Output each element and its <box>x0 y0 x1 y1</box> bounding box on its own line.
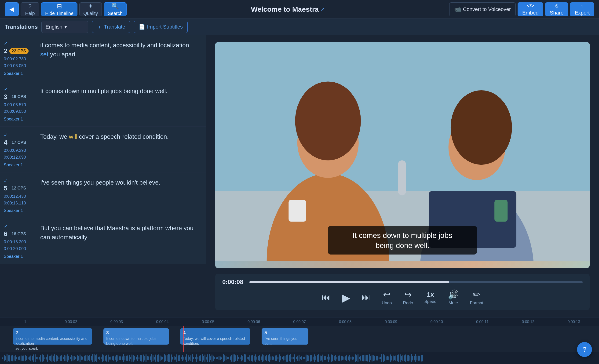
share-button[interactable]: ⎋ Share <box>545 2 568 16</box>
waveform-bar <box>273 356 274 360</box>
waveform-bar <box>317 355 318 362</box>
waveform-bar <box>240 357 240 359</box>
waveform-bar <box>179 355 180 361</box>
fast-forward-button[interactable]: ⏭ <box>361 292 370 303</box>
translate-button[interactable]: ＋ Translate <box>92 21 130 33</box>
ruler-mark-9: 0:00:09 <box>368 320 414 324</box>
hide-timeline-button[interactable]: ⊟ Hide Timeline <box>41 2 78 16</box>
waveform-bar <box>139 357 140 359</box>
waveform-bar <box>265 356 266 360</box>
subtitle-item-3[interactable]: ✓ 3 19 CPS 0:00:06.5700:00:09.050 Speake… <box>0 81 206 127</box>
subtitle-text-6[interactable]: But you can believe that Maestra is a pl… <box>36 223 202 243</box>
waveform-bar <box>26 356 27 360</box>
subtitle-item-4[interactable]: ✓ 4 17 CPS 0:00:09.2900:00:12.090 Speake… <box>0 127 206 173</box>
waveform-bar <box>334 356 335 361</box>
waveform-bar <box>394 356 395 360</box>
play-button[interactable]: ▶ <box>342 291 350 304</box>
waveform-bar <box>193 357 194 359</box>
ruler-mark-2: 0:00:02 <box>48 320 94 324</box>
toolbar-right: 📹 Convert to Voiceover </> Embed ⎋ Share… <box>449 2 594 16</box>
cps-badge-3: 19 CPS <box>9 94 28 100</box>
translate-label: Translate <box>104 24 125 30</box>
timeline-segment-2[interactable]: 2 it comes to media content, accessibili… <box>13 328 92 345</box>
speaker-label-5: Speaker 1 <box>4 208 23 213</box>
speed-button[interactable]: 1x Speed <box>424 291 436 304</box>
time-range-6: 0:00:16.2000:00:20.000 <box>4 239 26 252</box>
help-button[interactable]: ? Help <box>21 2 39 16</box>
ruler-mark-3: 0:00:03 <box>94 320 140 324</box>
waveform-bar <box>381 354 382 362</box>
waveform-bar <box>32 356 33 361</box>
subtitle-item-6[interactable]: ✓ 6 18 CPS 0:00:16.2000:00:20.000 Speake… <box>0 218 206 264</box>
waveform-bar <box>54 354 55 362</box>
time-range-5: 0:00:12.4300:00:16.110 <box>4 193 26 207</box>
external-link-icon[interactable]: ↗ <box>321 6 325 12</box>
undo-button[interactable]: ↩ Undo <box>382 289 392 305</box>
mute-label: Mute <box>449 301 458 305</box>
waveform-bar <box>202 354 203 362</box>
waveform-bar <box>258 356 259 360</box>
waveform-bar <box>248 357 249 360</box>
progress-bar[interactable] <box>249 281 583 283</box>
search-label: Search <box>108 11 122 16</box>
waveform-bar <box>415 354 416 362</box>
rewind-button[interactable]: ⏮ <box>321 292 330 303</box>
export-button[interactable]: ↑ Export <box>570 2 594 16</box>
convert-voiceover-label: Convert to Voiceover <box>463 6 511 12</box>
waveform-bar <box>53 355 54 361</box>
timeline-segment-4[interactable]: 4 Today, we will cover a speech-related … <box>180 328 250 345</box>
timeline-segment-5[interactable]: 5 I've seen things you pe... <box>262 328 308 345</box>
time-range-2: 0:00:02.7800:00:06.050 <box>4 56 26 69</box>
mute-button[interactable]: 🔊 Mute <box>448 289 459 305</box>
language-select[interactable]: English ▾ <box>41 21 88 33</box>
subtitle-item[interactable]: ✓ 2 22 CPS 0:00:02.7800:00:06.050 Speake… <box>0 35 206 81</box>
waveform-bar <box>64 355 65 361</box>
timeline-segment-3[interactable]: 3 It comes down to multiple jobs being d… <box>103 328 169 345</box>
back-button[interactable]: ◀ <box>5 2 19 16</box>
waveform-bar <box>332 355 333 361</box>
waveform-bar <box>322 355 323 362</box>
quality-icon: ✦ <box>88 3 93 10</box>
waveform-bar <box>78 356 79 361</box>
subtitle-text-3[interactable]: It comes down to multiple jobs being don… <box>36 86 202 97</box>
format-icon: ✏ <box>473 289 480 300</box>
speaker-label-2: Speaker 1 <box>4 71 23 76</box>
waveform-bar <box>176 354 177 362</box>
waveform-bar <box>79 355 80 362</box>
waveform-bar <box>383 354 384 362</box>
convert-voiceover-button[interactable]: 📹 Convert to Voiceover <box>449 2 516 16</box>
waveform-bar <box>252 355 253 361</box>
subtitle-text-5[interactable]: I've seen things you people wouldn't bel… <box>36 177 202 188</box>
waveform-bar <box>189 357 190 359</box>
search-button[interactable]: 🔍 Search <box>104 2 126 16</box>
waveform-bar <box>220 356 221 360</box>
check-icon-6: ✓ <box>4 224 8 229</box>
waveform-bar <box>384 355 385 361</box>
waveform-bar <box>127 355 128 361</box>
video-icon: 📹 <box>454 6 461 13</box>
waveform-bar <box>47 355 48 362</box>
language-value: English <box>45 24 62 30</box>
subtitle-text-2[interactable]: it comes to media content, accessibility… <box>36 40 202 60</box>
redo-button[interactable]: ↪ Redo <box>403 289 413 305</box>
help-fab-button[interactable]: ? <box>577 342 592 357</box>
waveform-bar <box>421 355 422 361</box>
embed-button[interactable]: </> Embed <box>518 2 543 16</box>
waveform-bar <box>414 356 415 361</box>
waveform-bar <box>314 355 315 362</box>
format-button[interactable]: ✏ Format <box>470 289 484 305</box>
subtitle-item-5[interactable]: ✓ 5 12 CPS 0:00:12.4300:00:16.110 Speake… <box>0 173 206 218</box>
waveform-bar <box>287 355 288 362</box>
waveform-bar <box>190 355 191 361</box>
quality-button[interactable]: ✦ Quality <box>79 2 102 16</box>
import-subtitles-button[interactable]: 📄 Import Subtitles <box>134 21 188 33</box>
waveform-bar <box>46 357 47 360</box>
waveform-bar <box>353 357 354 360</box>
subtitle-text-4[interactable]: Today, we will cover a speech-related co… <box>36 131 202 142</box>
waveform-bar <box>235 355 236 361</box>
embed-label: Embed <box>522 10 539 16</box>
undo-icon: ↩ <box>383 289 390 300</box>
waveform-bar <box>412 356 413 361</box>
waveform-bar <box>108 355 109 362</box>
subtitle-left-6: ✓ 6 18 CPS 0:00:16.2000:00:20.000 Speake… <box>4 223 36 259</box>
